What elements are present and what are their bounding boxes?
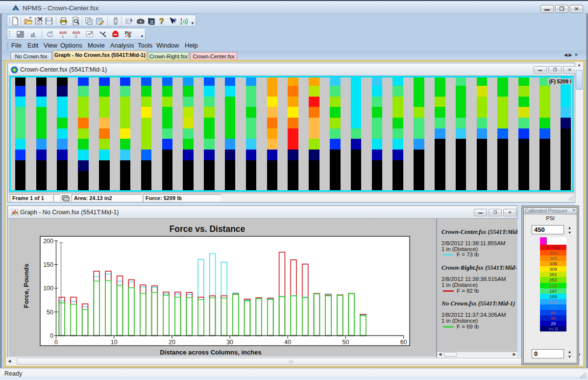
svg-text:Force vs. Distance: Force vs. Distance <box>170 224 245 234</box>
svg-text:30: 30 <box>226 339 233 346</box>
svg-text:?: ? <box>159 17 164 25</box>
svg-text:20: 20 <box>169 339 175 346</box>
svg-text:40: 40 <box>284 339 291 346</box>
svg-text:50: 50 <box>343 339 349 346</box>
svg-text:50: 50 <box>47 309 53 316</box>
svg-text:?: ? <box>173 18 176 25</box>
svg-text:Distance across Columns, inche: Distance across Columns, inches <box>160 349 261 356</box>
svg-text:100: 100 <box>43 285 53 292</box>
svg-text:150: 150 <box>43 261 53 268</box>
svg-text:0: 0 <box>54 339 58 346</box>
svg-text:U: U <box>150 19 153 24</box>
svg-text:200: 200 <box>43 238 53 245</box>
svg-text:10: 10 <box>111 339 118 346</box>
svg-text:Force, Pounds: Force, Pounds <box>23 264 30 308</box>
svg-text:1: 1 <box>62 34 64 39</box>
svg-text:2: 2 <box>75 34 77 39</box>
svg-text:60: 60 <box>400 339 407 346</box>
svg-text:0: 0 <box>50 332 53 339</box>
svg-text:AUG: AUG <box>59 31 67 34</box>
svg-text:AUG: AUG <box>73 31 80 34</box>
svg-text:A̲: A̲ <box>126 20 129 24</box>
